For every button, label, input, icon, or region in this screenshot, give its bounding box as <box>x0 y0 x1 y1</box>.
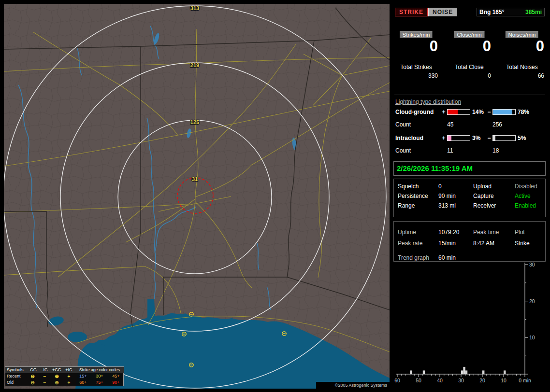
svg-text:0 min: 0 min <box>519 378 531 383</box>
dist-neg-fill-0 <box>493 110 512 114</box>
plot-value: Strike <box>515 238 530 248</box>
ic-count-label: Count <box>395 147 411 154</box>
receiver-label: Receiver <box>473 201 496 210</box>
bearing-range-value: 385mi <box>525 9 542 15</box>
stats-row: Peak rate 15/min 8:42 AM Strike <box>394 238 545 248</box>
uptime-label: Uptime <box>398 227 416 237</box>
copyright-text: ©2005 Astrogenic Systems <box>316 382 390 389</box>
intracloud-label: Intracloud <box>395 135 423 141</box>
bearing-readout: Bng 165° 385mi <box>477 8 545 16</box>
peak-rate-label: Peak rate <box>398 238 422 248</box>
age-code-4: 75+ <box>91 379 108 386</box>
setting-value2-2: Enabled <box>515 201 536 210</box>
noises-per-min-value: 0 <box>500 38 544 55</box>
persistence-label: Persistence <box>398 191 428 201</box>
age-code-0: 15+ <box>75 373 91 379</box>
app-window: 313 219 125 31 Symbols -CG -IC +CG +IC S… <box>0 0 550 392</box>
strike-map[interactable]: 313 219 125 31 Symbols -CG -IC +CG +IC S… <box>4 4 390 389</box>
cg-positive-bar <box>447 109 470 115</box>
trend-graph-canvas: 6050403020100 min102030 <box>393 260 546 389</box>
settings-row: Persistence 90 min Capture Active <box>394 191 545 201</box>
svg-text:20: 20 <box>529 298 535 304</box>
ic-negative-pct: 5% <box>518 135 526 141</box>
ring-label-125: 125 <box>190 119 199 125</box>
cloud-ground-label: Cloud-ground <box>395 109 434 115</box>
svg-text:50: 50 <box>416 378 421 383</box>
ring-label-219: 219 <box>190 62 199 68</box>
legend-symbols-header: Symbols <box>5 367 27 373</box>
intracloud-count-row: Count 11 18 <box>393 147 546 155</box>
cloud-ground-row: Cloud-ground + 14% − 78% <box>393 109 546 116</box>
ic-positive-pct: 3% <box>472 135 480 141</box>
ring-label-313: 313 <box>190 5 199 11</box>
legend-col-neg-ic: -IC <box>39 367 51 373</box>
squelch-value: 0 <box>438 182 442 191</box>
legend-age-header: Strike age color codes <box>75 367 124 373</box>
age-code-3: 60+ <box>75 379 91 386</box>
svg-text:40: 40 <box>437 378 443 383</box>
cg-negative-bar <box>492 109 516 115</box>
age-code-5: 90+ <box>108 379 124 386</box>
setting-value2-1: Active <box>515 191 531 201</box>
settings-box: Squelch 0 Upload Disabled Persistence 90… <box>393 179 546 217</box>
noises-counter-column: Noises/min 0 Total Noises 66 <box>500 31 544 84</box>
strikes-counter-column: Strikes/min 0 Total Strikes 330 <box>394 31 438 84</box>
cg-count-label: Count <box>395 121 411 128</box>
legend-row-recent: Recent <box>5 373 27 379</box>
dist-neg-fill-1 <box>493 136 495 140</box>
minus-sign: − <box>487 135 492 141</box>
plot-label: Plot <box>515 227 525 237</box>
recent-pos-cg-icon: ⊕ <box>51 373 63 379</box>
old-pos-cg-icon: ⊕ <box>51 379 63 386</box>
strikes-per-min-button[interactable]: Strikes/min <box>400 31 433 38</box>
svg-text:30: 30 <box>529 262 535 267</box>
legend-col-pos-ic: +IC <box>63 367 75 373</box>
cg-positive-count: 45 <box>447 121 453 128</box>
svg-text:10: 10 <box>501 378 507 383</box>
settings-row: Range 313 mi Receiver Enabled <box>394 201 545 210</box>
svg-text:10: 10 <box>529 335 535 340</box>
intracloud-row: Intracloud + 3% − 5% <box>393 135 546 142</box>
uptime-value: 1079:20 <box>438 227 459 237</box>
section-divider <box>394 95 545 95</box>
ic-negative-count: 18 <box>492 147 499 154</box>
settings-row: Squelch 0 Upload Disabled <box>394 182 545 191</box>
bearing-value: Bng 165° <box>479 9 504 15</box>
recent-neg-cg-icon: ⊖ <box>27 373 39 379</box>
upload-label: Upload <box>473 182 492 191</box>
old-neg-ic-icon: − <box>39 379 51 386</box>
total-noises-label: Total Noises <box>500 64 544 70</box>
age-code-2: 45+ <box>108 373 124 379</box>
persistence-value: 90 min <box>438 191 456 201</box>
svg-text:60: 60 <box>394 378 400 383</box>
total-close-label: Total Close <box>448 64 491 70</box>
range-label: Range <box>398 201 415 210</box>
ring-label-31: 31 <box>192 176 198 182</box>
total-close-value: 0 <box>448 72 491 79</box>
close-counter-column: Close/min 0 Total Close 0 <box>448 31 491 84</box>
strike-mode-button[interactable]: STRIKE <box>395 8 428 16</box>
peak-time-label: Peak time <box>473 227 499 237</box>
total-strikes-value: 330 <box>394 72 438 79</box>
noise-mode-button[interactable]: NOISE <box>428 8 457 16</box>
stats-row: Uptime 1079:20 Peak time Plot <box>394 227 545 237</box>
close-per-min-button[interactable]: Close/min <box>454 31 484 38</box>
old-pos-ic-icon: + <box>63 379 75 386</box>
total-noises-value: 66 <box>500 72 544 79</box>
control-panel: STRIKE NOISE Bng 165° 385mi Strikes/min … <box>393 4 546 389</box>
legend-col-neg-cg: -CG <box>27 367 39 373</box>
peak-rate-value: 15/min <box>438 238 456 248</box>
cg-negative-count: 256 <box>492 121 502 128</box>
peak-time-value: 8:42 AM <box>473 238 494 248</box>
squelch-label: Squelch <box>398 182 419 191</box>
trend-graph: 6050403020100 min102030 <box>393 260 546 389</box>
noises-per-min-button[interactable]: Noises/min <box>506 31 539 38</box>
total-strikes-label: Total Strikes <box>394 64 438 70</box>
clock-display: 2/26/2026 11:35:19 AM <box>393 161 546 176</box>
minus-sign: − <box>487 109 492 115</box>
ic-positive-count: 11 <box>447 147 453 154</box>
old-neg-cg-icon: ⊖ <box>27 379 39 386</box>
stats-box: Uptime 1079:20 Peak time Plot Peak rate … <box>393 221 546 262</box>
legend-col-pos-cg: +CG <box>51 367 63 373</box>
plus-sign: + <box>441 135 446 141</box>
